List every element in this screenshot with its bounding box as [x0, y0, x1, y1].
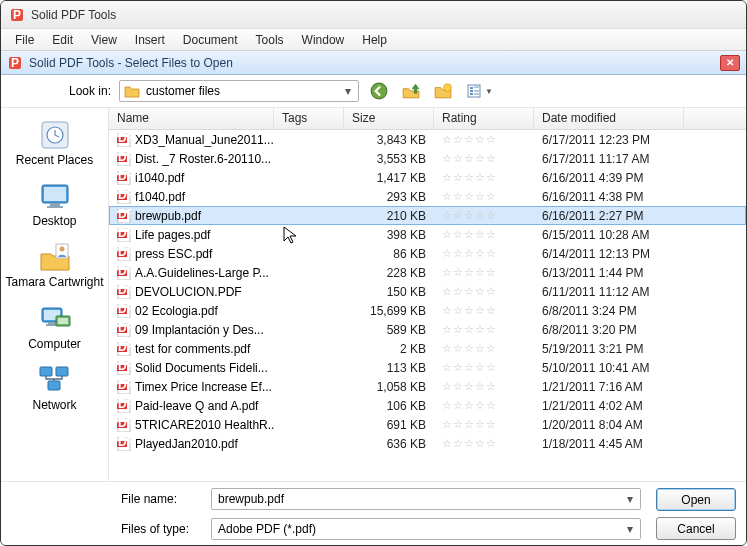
file-name: brewpub.pdf [135, 209, 201, 223]
file-date: 6/16/2011 2:27 PM [534, 209, 684, 223]
views-button[interactable]: ▼ [463, 80, 497, 102]
desktop-icon [38, 179, 72, 213]
file-rating: ☆☆☆☆☆ [434, 190, 534, 203]
menu-window[interactable]: Window [294, 31, 353, 49]
file-size: 228 KB [344, 266, 434, 280]
pdf-icon [117, 418, 131, 432]
chevron-down-icon[interactable]: ▾ [622, 491, 638, 507]
pdf-icon [117, 209, 131, 223]
file-size: 15,699 KB [344, 304, 434, 318]
place-user[interactable]: Tamara Cartwright [1, 238, 108, 291]
file-row[interactable]: Timex Price Increase Ef...1,058 KB☆☆☆☆☆1… [109, 377, 746, 396]
dialog-icon [7, 55, 23, 71]
file-name: XD3_Manual_June2011... [135, 133, 274, 147]
file-row[interactable]: 5TRICARE2010 HealthR...691 KB☆☆☆☆☆1/20/2… [109, 415, 746, 434]
file-name: PlayedJan2010.pdf [135, 437, 238, 451]
file-size: 1,417 KB [344, 171, 434, 185]
file-date: 6/15/2011 10:28 AM [534, 228, 684, 242]
file-rating: ☆☆☆☆☆ [434, 304, 534, 317]
menu-edit[interactable]: Edit [44, 31, 81, 49]
header-name[interactable]: Name [109, 108, 274, 129]
file-row[interactable]: 02 Ecologia.pdf15,699 KB☆☆☆☆☆6/8/2011 3:… [109, 301, 746, 320]
file-row[interactable]: PlayedJan2010.pdf636 KB☆☆☆☆☆1/18/2011 4:… [109, 434, 746, 453]
pdf-icon [117, 228, 131, 242]
file-size: 691 KB [344, 418, 434, 432]
file-rating: ☆☆☆☆☆ [434, 418, 534, 431]
computer-icon [38, 302, 72, 336]
place-desktop[interactable]: Desktop [1, 177, 108, 230]
open-button[interactable]: Open [656, 488, 736, 511]
place-recent[interactable]: Recent Places [1, 116, 108, 169]
file-rows[interactable]: XD3_Manual_June2011...3,843 KB☆☆☆☆☆6/17/… [109, 130, 746, 481]
file-date: 6/17/2011 12:23 PM [534, 133, 684, 147]
file-row[interactable]: A.A.Guidelines-Large P...228 KB☆☆☆☆☆6/13… [109, 263, 746, 282]
file-date: 1/18/2011 4:45 AM [534, 437, 684, 451]
file-date: 6/17/2011 11:17 AM [534, 152, 684, 166]
menu-help[interactable]: Help [354, 31, 395, 49]
app-titlebar: Solid PDF Tools [1, 1, 746, 29]
menu-document[interactable]: Document [175, 31, 246, 49]
filter-combo[interactable]: Adobe PDF (*.pdf) ▾ [211, 518, 641, 540]
file-row[interactable]: brewpub.pdf210 KB☆☆☆☆☆6/16/2011 2:27 PM [109, 206, 746, 225]
menu-tools[interactable]: Tools [248, 31, 292, 49]
file-row[interactable]: XD3_Manual_June2011...3,843 KB☆☆☆☆☆6/17/… [109, 130, 746, 149]
file-rating: ☆☆☆☆☆ [434, 361, 534, 374]
filter-label: Files of type: [121, 522, 201, 536]
file-row[interactable]: Life pages.pdf398 KB☆☆☆☆☆6/15/2011 10:28… [109, 225, 746, 244]
file-row[interactable]: Paid-leave Q and A.pdf106 KB☆☆☆☆☆1/21/20… [109, 396, 746, 415]
pdf-icon [117, 247, 131, 261]
file-date: 5/10/2011 10:41 AM [534, 361, 684, 375]
file-row[interactable]: Solid Documents Fideli...113 KB☆☆☆☆☆5/10… [109, 358, 746, 377]
file-row[interactable]: press ESC.pdf86 KB☆☆☆☆☆6/14/2011 12:13 P… [109, 244, 746, 263]
lookin-combo[interactable]: customer files ▾ [119, 80, 359, 102]
new-folder-icon [434, 82, 452, 100]
file-date: 1/20/2011 8:04 AM [534, 418, 684, 432]
chevron-down-icon[interactable]: ▾ [622, 521, 638, 537]
header-date[interactable]: Date modified [534, 108, 684, 129]
file-name: Timex Price Increase Ef... [135, 380, 272, 394]
chevron-down-icon[interactable]: ▾ [340, 83, 356, 99]
header-rating[interactable]: Rating [434, 108, 534, 129]
pdf-icon [117, 285, 131, 299]
header-tags[interactable]: Tags [274, 108, 344, 129]
close-icon[interactable]: ✕ [720, 55, 740, 71]
menu-insert[interactable]: Insert [127, 31, 173, 49]
filename-input[interactable]: brewpub.pdf ▾ [211, 488, 641, 510]
file-name: test for comments.pdf [135, 342, 250, 356]
file-name: Dist. _7 Roster.6-20110... [135, 152, 271, 166]
place-computer[interactable]: Computer [1, 300, 108, 353]
menu-file[interactable]: File [7, 31, 42, 49]
new-folder-button[interactable] [431, 80, 455, 102]
place-network[interactable]: Network [1, 361, 108, 414]
pdf-icon [117, 399, 131, 413]
up-button[interactable] [399, 80, 423, 102]
file-rating: ☆☆☆☆☆ [434, 209, 534, 222]
cancel-button[interactable]: Cancel [656, 517, 736, 540]
back-button[interactable] [367, 80, 391, 102]
app-icon [9, 7, 25, 23]
file-rating: ☆☆☆☆☆ [434, 323, 534, 336]
file-row[interactable]: test for comments.pdf2 KB☆☆☆☆☆5/19/2011 … [109, 339, 746, 358]
file-size: 106 KB [344, 399, 434, 413]
app-title: Solid PDF Tools [31, 8, 116, 22]
file-date: 6/16/2011 4:38 PM [534, 190, 684, 204]
places-bar: Recent Places Desktop Tamara Cartwright … [1, 108, 109, 481]
file-row[interactable]: Dist. _7 Roster.6-20110...3,553 KB☆☆☆☆☆6… [109, 149, 746, 168]
file-size: 3,553 KB [344, 152, 434, 166]
file-size: 113 KB [344, 361, 434, 375]
file-row[interactable]: 09 Implantación y Des...589 KB☆☆☆☆☆6/8/2… [109, 320, 746, 339]
menu-view[interactable]: View [83, 31, 125, 49]
file-rating: ☆☆☆☆☆ [434, 266, 534, 279]
recent-icon [38, 118, 72, 152]
file-row[interactable]: i1040.pdf1,417 KB☆☆☆☆☆6/16/2011 4:39 PM [109, 168, 746, 187]
network-icon [38, 363, 72, 397]
file-date: 5/19/2011 3:21 PM [534, 342, 684, 356]
pdf-icon [117, 380, 131, 394]
file-size: 150 KB [344, 285, 434, 299]
file-row[interactable]: f1040.pdf293 KB☆☆☆☆☆6/16/2011 4:38 PM [109, 187, 746, 206]
header-size[interactable]: Size [344, 108, 434, 129]
pdf-icon [117, 133, 131, 147]
file-row[interactable]: DEVOLUCION.PDF150 KB☆☆☆☆☆6/11/2011 11:12… [109, 282, 746, 301]
file-name: A.A.Guidelines-Large P... [135, 266, 269, 280]
file-rating: ☆☆☆☆☆ [434, 152, 534, 165]
